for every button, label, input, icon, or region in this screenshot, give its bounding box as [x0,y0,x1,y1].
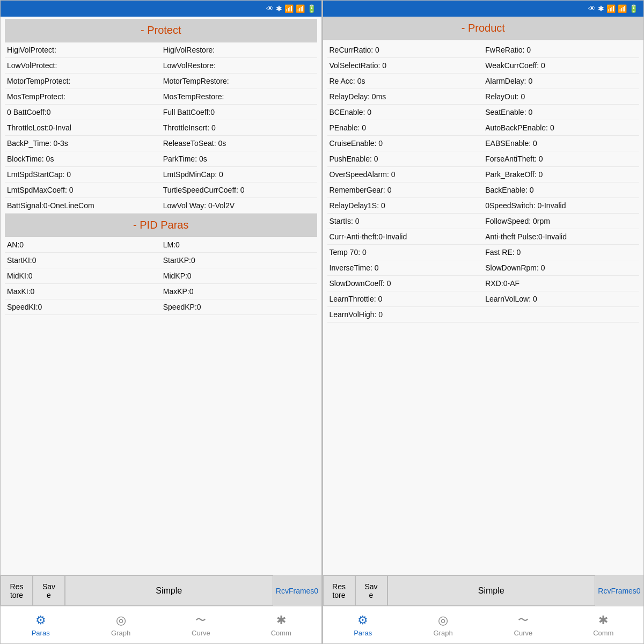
eye-icon: 👁 [266,4,274,13]
param-lmt-spd-min-cap: LmtSpdMinCap: 0 [161,167,317,182]
right-rcv-button[interactable]: RcvFrames0 [595,575,643,606]
right-nav-curve[interactable]: 〜 Curve [483,606,563,643]
nav-paras-label: Paras [32,629,50,637]
curve-icon: 〜 [195,613,206,627]
comm-icon-r: ✱ [598,613,608,627]
left-bottom-buttons: Restore Save Simple RcvFrames0 [1,575,321,606]
param-an: AN:0 [5,237,161,253]
right-save-button[interactable]: Save [355,575,387,606]
param-seat-enable: SeatEnable: 0 [483,105,639,120]
nav-curve-label: Curve [192,629,210,637]
param-lowvol-restore: LowVolRestore: [161,58,317,74]
param-inverse-time: InverseTime: 0 [327,260,484,276]
param-lm: LM:0 [161,237,317,253]
nav-comm-label-r: Comm [593,629,613,637]
param-lowvol-protect: LowVolProtect: [5,58,161,74]
protect-params: HigiVolProtect: HigiVolRestore: LowVolPr… [5,42,317,214]
right-phone: 👁 ✱ 📶 📶 🔋 - Product ReCurrRatio: 0 FwReR… [322,0,645,644]
graph-icon-r: ◎ [438,613,448,627]
param-start-ki: StartKI:0 [5,253,161,268]
param-higivol-restore: HigiVolRestore: [161,42,317,58]
param-speed-kp: SpeedKP:0 [161,299,317,315]
param-mid-kp: MidKP:0 [161,268,317,284]
param-lmt-spd-max-coeff: LmtSpdMaxCoeff: 0 [5,182,161,198]
left-status-bar: 👁 ✱ 📶 📶 🔋 [1,1,321,17]
graph-icon: ◎ [116,613,126,627]
nav-curve-label-r: Curve [514,629,533,637]
left-nav-curve[interactable]: 〜 Curve [161,606,241,643]
left-simple-button[interactable]: Simple [65,575,273,606]
param-throttle-insert: ThrottleInsert: 0 [161,120,317,136]
param-forse-anti-theft: ForseAntiTheft: 0 [483,151,639,167]
app-container: 👁 ✱ 📶 📶 🔋 - Protect HigiVolProtect: Higi… [0,0,644,644]
param-overspeed-alarm: OverSpeedAlarm: 0 [327,167,484,182]
param-follow-speed: FollowSpeed: 0rpm [483,214,639,229]
param-learn-vol-high: LearnVolHigh: 0 [327,307,484,323]
product-params: ReCurrRatio: 0 FwReRatio: 0 VolSelectRat… [327,42,640,323]
param-learn-throttle: LearnThrottle: 0 [327,291,484,307]
left-phone: 👁 ✱ 📶 📶 🔋 - Protect HigiVolProtect: Higi… [0,0,322,644]
param-temp-70: Temp 70: 0 [327,245,484,260]
nav-paras-label-r: Paras [354,629,372,637]
left-nav-paras[interactable]: ⚙ Paras [1,606,80,643]
param-curr-anti-theft: Curr-Anti-theft:0-Invalid [327,229,484,245]
param-lmt-spd-start-cap: LmtSpdStartCap: 0 [5,167,161,182]
param-motortemp-protect: MotorTempProtect: [5,74,161,89]
curve-icon-r: 〜 [518,613,529,627]
left-params-area: - Protect HigiVolProtect: HigiVolRestore… [1,17,321,575]
param-autoback-p-enable: AutoBackPEnable: 0 [483,120,639,136]
right-restore-button[interactable]: Restore [323,575,355,606]
param-remember-gear: RememberGear: 0 [327,182,484,198]
param-cruise-enable: CruiseEnable: 0 [327,136,484,151]
param-speed-ki: SpeedKI:0 [5,299,161,315]
param-higivol-protect: HigiVolProtect: [5,42,161,58]
param-relay-out: RelayOut: 0 [483,89,639,105]
left-nav-graph[interactable]: ◎ Graph [80,606,160,643]
param-park-time: ParkTime: 0s [161,151,317,167]
right-nav-bar: ⚙ Paras ◎ Graph 〜 Curve ✱ Comm [323,606,644,643]
param-release-to-seat: ReleaseToSeat: 0s [161,136,317,151]
right-nav-paras[interactable]: ⚙ Paras [323,606,403,643]
right-simple-button[interactable]: Simple [387,575,596,606]
param-batt-signal: BattSignal:0-OneLineCom [5,198,161,214]
param-eabs-enable: EABSEnable: 0 [483,136,639,151]
param-park-brake-off: Park_BrakeOff: 0 [483,167,639,182]
signal-icon-r: 📶 [618,4,627,13]
comm-icon: ✱ [276,613,286,627]
param-empty [483,307,639,323]
left-rcv-button[interactable]: RcvFrames0 [273,575,321,606]
param-push-enable: PushEnable: 0 [327,151,484,167]
param-recurr-ratio: ReCurrRatio: 0 [327,42,484,58]
protect-section-header: - Protect [5,19,317,42]
left-restore-button[interactable]: Restore [1,575,33,606]
nav-comm-label: Comm [271,629,291,637]
param-block-time: BlockTime: 0s [5,151,161,167]
pid-params: AN:0 LM:0 StartKI:0 StartKP:0 MidKI:0 Mi… [5,237,317,315]
param-turtle-speed-curr-coeff: TurtleSpeedCurrCoeff: 0 [161,182,317,198]
param-relay-delay-1s: RelayDelay1S: 0 [327,198,484,214]
pid-section-header: - PID Paras [5,214,317,237]
nav-graph-label-r: Graph [433,629,452,637]
nav-graph-label: Graph [111,629,130,637]
left-save-button[interactable]: Save [33,575,65,606]
right-nav-graph[interactable]: ◎ Graph [403,606,483,643]
param-fwre-ratio: FwReRatio: 0 [483,42,639,58]
left-nav-comm[interactable]: ✱ Comm [241,606,321,643]
param-motortemp-restore: MotorTempRestore: [161,74,317,89]
param-back-enable: BackEnable: 0 [483,182,639,198]
param-alarm-delay: AlarmDelay: 0 [483,74,639,89]
right-params-area: ReCurrRatio: 0 FwReRatio: 0 VolSelectRat… [323,40,644,575]
gear-icon: ⚙ [35,613,46,627]
param-0speed-switch: 0SpeedSwitch: 0-Invalid [483,198,639,214]
bluetooth-icon: ✱ [276,4,282,13]
param-lowvol-way: LowVol Way: 0-Vol2V [161,198,317,214]
param-mid-ki: MidKI:0 [5,268,161,284]
param-anti-theft-pulse: Anti-theft Pulse:0-Invalid [483,229,639,245]
param-start-is: StartIs: 0 [327,214,484,229]
param-0batt-coeff: 0 BattCoeff:0 [5,105,161,120]
param-start-kp: StartKP:0 [161,253,317,268]
right-nav-comm[interactable]: ✱ Comm [564,606,643,643]
param-weak-curr-coeff: WeakCurrCoeff: 0 [483,58,639,74]
param-slowdown-coeff: SlowDownCoeff: 0 [327,276,484,291]
wifi-icon-r: 📶 [606,4,616,13]
